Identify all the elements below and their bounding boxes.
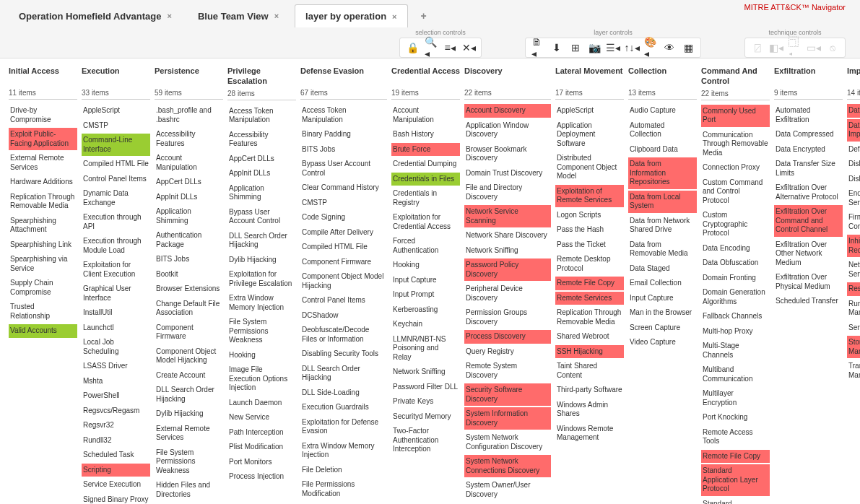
technique-cell[interactable]: Create Account [155, 369, 223, 383]
technique-cell[interactable]: Firmware Corruption [847, 211, 860, 233]
layer-tab[interactable]: layer by operation× [295, 4, 407, 27]
technique-cell[interactable]: Connection Proxy [701, 161, 770, 175]
technique-cell[interactable]: Browser Extensions [155, 282, 223, 296]
technique-cell[interactable]: Forced Authentication [391, 235, 460, 257]
technique-cell[interactable]: Defacement [847, 143, 860, 157]
technique-cell[interactable]: Standard Application Layer Protocol [701, 464, 770, 496]
technique-cell[interactable]: Component Firmware [300, 256, 387, 269]
technique-cell[interactable]: DLL Search Order Hijacking [300, 362, 387, 385]
technique-cell[interactable]: Runtime Data Manipulation [847, 297, 860, 320]
technique-cell[interactable]: Execution through API [82, 211, 150, 233]
technique-cell[interactable]: System Owner/User Discovery [464, 479, 551, 501]
technique-cell[interactable]: Permission Groups Discovery [464, 306, 551, 329]
lock-icon[interactable]: 🔒 [406, 41, 419, 54]
technique-cell[interactable]: Network Service Scanning [464, 205, 551, 227]
technique-cell[interactable]: InstallUtil [82, 306, 150, 320]
technique-cell[interactable]: Image File Execution Options Injection [227, 363, 296, 395]
technique-cell[interactable]: Multi-Stage Channels [701, 339, 770, 362]
technique-cell[interactable]: Supply Chain Compromise [9, 277, 77, 299]
technique-cell[interactable]: Brute Force [391, 143, 460, 157]
technique-cell[interactable]: Hooking [391, 258, 460, 272]
technique-cell[interactable]: Bash History [391, 128, 460, 142]
camera-icon[interactable]: 📷 [588, 41, 601, 54]
tactic-header[interactable]: Defense Evasion [300, 66, 387, 86]
scoring-icon[interactable]: ⿹◂ [789, 41, 802, 54]
technique-cell[interactable]: Security Software Discovery [464, 383, 551, 406]
technique-cell[interactable]: Graphical User Interface [82, 282, 150, 305]
technique-cell[interactable]: Browser Bookmark Discovery [464, 143, 551, 165]
technique-cell[interactable]: Two-Factor Authentication Interception [391, 425, 460, 456]
technique-cell[interactable]: AppInit DLLs [155, 191, 223, 204]
disable-icon[interactable]: ⍁ [751, 41, 764, 54]
tactic-header[interactable]: Initial Access [9, 66, 77, 86]
technique-cell[interactable]: Multiband Communication [701, 363, 770, 386]
technique-cell[interactable]: Regsvr32 [82, 419, 150, 433]
technique-cell[interactable]: Endpoint Denial of Service [847, 187, 860, 209]
technique-cell[interactable]: Account Discovery [464, 104, 551, 118]
technique-cell[interactable]: Port Knocking [701, 411, 770, 425]
technique-cell[interactable]: Extra Window Memory Injection [300, 440, 387, 462]
technique-cell[interactable]: Securityd Memory [391, 410, 460, 424]
technique-cell[interactable]: LLMNR/NBT-NS Poisoning and Relay [391, 333, 460, 365]
technique-cell[interactable]: Private Keys [391, 395, 460, 409]
technique-cell[interactable]: Windows Admin Shares [555, 399, 624, 421]
technique-cell[interactable]: DLL Side-Loading [300, 386, 387, 400]
technique-cell[interactable]: Credentials in Files [391, 173, 460, 186]
technique-cell[interactable]: DLL Search Order Hijacking [227, 230, 296, 252]
technique-cell[interactable]: DLL Search Order Hijacking [155, 383, 223, 406]
technique-cell[interactable]: Clipboard Data [628, 143, 697, 157]
color-setup-icon[interactable]: 🎨◂ [644, 41, 657, 54]
technique-cell[interactable]: Control Panel Items [82, 173, 150, 186]
tactic-header[interactable]: Execution [82, 66, 150, 86]
technique-cell[interactable]: Network Sniffing [464, 244, 551, 258]
technique-cell[interactable]: Data Transfer Size Limits [774, 157, 843, 180]
technique-cell[interactable]: Execution Guardrails [300, 401, 387, 414]
technique-cell[interactable]: CMSTP [300, 196, 387, 210]
technique-cell[interactable]: Clear Command History [300, 181, 387, 195]
technique-cell[interactable]: Account Manipulation [391, 104, 460, 126]
technique-cell[interactable]: File and Directory Discovery [464, 181, 551, 204]
tactic-header[interactable]: Privilege Escalation [227, 66, 296, 87]
technique-cell[interactable]: Password Filter DLL [391, 381, 460, 394]
technique-cell[interactable]: Pass the Hash [555, 223, 624, 237]
technique-cell[interactable]: Network Denial of Service [847, 258, 860, 281]
technique-cell[interactable]: Component Firmware [155, 321, 223, 344]
technique-cell[interactable]: Exfiltration Over Physical Medium [774, 271, 843, 293]
technique-cell[interactable]: Rundll32 [82, 434, 150, 448]
technique-cell[interactable]: Dynamic Data Exchange [82, 187, 150, 209]
technique-cell[interactable]: Taint Shared Content [555, 360, 624, 382]
technique-cell[interactable]: Distributed Component Object Model [555, 152, 624, 183]
technique-cell[interactable]: Exploitation for Defense Evasion [300, 416, 387, 438]
layer-info-icon[interactable]: 🗎◂ [531, 41, 544, 54]
technique-cell[interactable]: Scripting [82, 464, 150, 477]
technique-cell[interactable]: Data Encrypted for Impact [847, 119, 860, 142]
technique-cell[interactable]: Control Panel Items [300, 294, 387, 308]
clear-icon[interactable]: ⍉ [826, 41, 839, 54]
technique-cell[interactable]: CMSTP [82, 119, 150, 133]
technique-cell[interactable]: Compiled HTML File [82, 157, 150, 171]
technique-cell[interactable]: File Permissions Modification [300, 478, 387, 500]
background-icon[interactable]: ◧◂ [770, 41, 783, 54]
technique-cell[interactable]: Extra Window Memory Injection [227, 292, 296, 314]
technique-cell[interactable]: Path Interception [227, 426, 296, 440]
technique-cell[interactable]: Replication Through Removable Media [9, 191, 77, 213]
technique-cell[interactable]: System Information Discovery [464, 407, 551, 430]
technique-cell[interactable]: Process Discovery [464, 330, 551, 344]
technique-cell[interactable]: Spearphishing via Service [9, 253, 77, 275]
technique-cell[interactable]: DCShadow [300, 309, 387, 323]
technique-cell[interactable]: Spearphishing Attachment [9, 214, 77, 237]
technique-cell[interactable]: AppInit DLLs [227, 167, 296, 181]
technique-cell[interactable]: Application Deployment Software [555, 119, 624, 151]
technique-cell[interactable]: Input Capture [628, 292, 697, 305]
technique-cell[interactable]: Domain Fronting [701, 271, 770, 285]
technique-cell[interactable]: Data Staged [628, 262, 697, 276]
technique-cell[interactable]: Exfiltration Over Other Network Medium [774, 238, 843, 270]
tactic-header[interactable]: Impact [847, 66, 860, 86]
technique-cell[interactable]: Mshta [82, 375, 150, 388]
tactic-header[interactable]: Persistence [155, 66, 223, 86]
technique-cell[interactable]: Fallback Channels [701, 310, 770, 323]
technique-cell[interactable]: PowerShell [82, 389, 150, 403]
technique-cell[interactable]: Exploitation for Privilege Escalation [227, 268, 296, 290]
technique-cell[interactable]: Port Monitors [227, 456, 296, 469]
sort-icon[interactable]: ↑↓◂ [625, 41, 638, 54]
